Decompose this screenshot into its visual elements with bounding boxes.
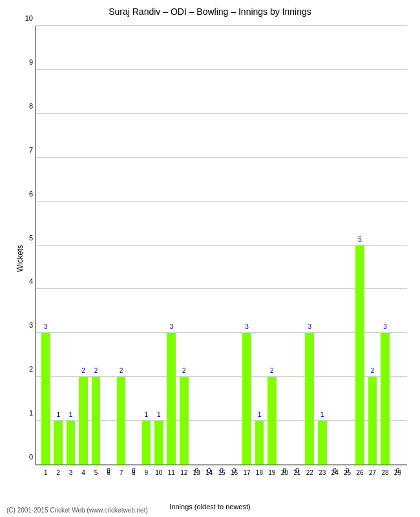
x-tick-label: 7	[120, 469, 123, 476]
bar: 0	[217, 463, 226, 465]
bar-group: 219	[266, 26, 278, 465]
bar: 2	[79, 377, 88, 465]
x-tick-label: 27	[369, 469, 376, 476]
bars-container: 3112132425062708191103112120130140150163…	[36, 26, 407, 465]
bar-value-label: 3	[169, 323, 173, 330]
bar: 1	[54, 421, 63, 465]
bar-group: 118	[253, 26, 266, 465]
bar-group: 24	[77, 26, 89, 465]
bar: 0	[205, 463, 214, 465]
bar-group: 328	[379, 26, 391, 465]
bar-group: 227	[366, 26, 379, 465]
y-tick-label: 4	[29, 277, 33, 285]
bar-value-label: 3	[383, 323, 387, 330]
y-axis-label: Wickets	[16, 245, 25, 272]
bar-group: 322	[304, 26, 316, 465]
bar-group: 317	[240, 26, 253, 465]
x-tick-label: 22	[306, 469, 313, 476]
bar: 3	[381, 333, 390, 465]
bar-group: 526	[353, 26, 366, 465]
bar: 0	[230, 463, 239, 465]
bar-value-label: 1	[258, 411, 262, 418]
bar: 1	[318, 421, 327, 465]
x-tick-label: 2	[56, 469, 60, 476]
x-tick-label: 12	[180, 469, 187, 476]
copyright: (C) 2001-2015 Cricket Web (www.cricketwe…	[6, 507, 148, 514]
bar-value-label: 3	[308, 323, 311, 330]
bar-group: 12	[52, 26, 64, 465]
bar: 1	[67, 421, 76, 465]
bar-group: 110	[152, 26, 165, 465]
bar-group: 123	[316, 26, 328, 465]
y-tick-label: 7	[29, 146, 33, 154]
bar-group: 016	[228, 26, 240, 465]
bar-group: 19	[140, 26, 152, 465]
bar: 2	[368, 377, 377, 465]
x-tick-label: 29	[394, 469, 401, 476]
bar-group: 06	[102, 26, 114, 465]
y-tick-label: 10	[25, 14, 33, 22]
x-tick-label: 25	[344, 469, 351, 476]
bar-value-label: 3	[44, 323, 48, 330]
bar-group: 25	[90, 26, 102, 465]
x-tick-label: 18	[256, 469, 263, 476]
bar: 3	[41, 333, 50, 465]
bar: 1	[255, 421, 264, 465]
bar-value-label: 2	[120, 367, 123, 374]
bar: 0	[394, 463, 403, 465]
x-tick-label: 23	[319, 469, 326, 476]
bar-group: 212	[178, 26, 190, 465]
x-tick-label: 13	[193, 469, 200, 476]
bar-value-label: 2	[371, 367, 375, 374]
bar-group: 08	[127, 26, 140, 465]
bar: 2	[117, 377, 126, 465]
x-tick-label: 15	[218, 469, 226, 476]
x-tick-label: 26	[356, 469, 363, 476]
bar-group: 024	[328, 26, 341, 465]
bar-value-label: 2	[81, 367, 85, 374]
bar: 0	[129, 463, 138, 465]
x-tick-label: 9	[145, 469, 149, 476]
x-tick-label: 21	[293, 469, 300, 476]
bar: 2	[180, 377, 189, 465]
bar-value-label: 3	[245, 323, 249, 330]
bar-group: 013	[190, 26, 202, 465]
y-tick-label: 2	[29, 365, 33, 373]
bar-group: 021	[291, 26, 303, 465]
y-tick-label: 3	[29, 321, 33, 329]
x-tick-label: 17	[243, 469, 250, 476]
bar-group: 27	[115, 26, 127, 465]
bar-value-label: 2	[94, 367, 98, 374]
bar-value-label: 5	[358, 236, 362, 243]
x-tick-label: 6	[107, 469, 110, 476]
y-tick-label: 9	[29, 58, 33, 66]
bar-group: 014	[203, 26, 215, 465]
bar: 3	[305, 333, 314, 465]
chart-title: Suraj Randiv – ODI – Bowling – Innings b…	[0, 0, 420, 20]
x-tick-label: 5	[94, 469, 98, 476]
x-tick-label: 8	[132, 469, 136, 476]
y-tick-label: 6	[29, 190, 33, 198]
x-tick-label: 16	[231, 469, 238, 476]
bar: 5	[355, 246, 364, 465]
y-tick-label: 5	[29, 234, 33, 242]
chart-container: Suraj Randiv – ODI – Bowling – Innings b…	[0, 0, 420, 517]
bar-group: 015	[215, 26, 227, 465]
bar: 2	[268, 377, 277, 465]
bar: 0	[293, 463, 302, 465]
x-tick-label: 28	[381, 469, 388, 476]
bar: 0	[192, 463, 201, 465]
bar: 3	[242, 333, 251, 465]
x-tick-label: 10	[155, 469, 162, 476]
bar-value-label: 1	[157, 411, 161, 418]
y-tick-label: 1	[29, 409, 33, 417]
bar: 0	[280, 463, 289, 465]
bar-group: 13	[65, 26, 77, 465]
bar: 0	[104, 463, 113, 465]
x-tick-label: 20	[281, 469, 288, 476]
bar: 1	[142, 421, 151, 465]
bar: 2	[92, 377, 101, 465]
x-tick-label: 11	[168, 469, 175, 476]
bar: 0	[343, 463, 352, 465]
bar: 0	[330, 463, 339, 465]
